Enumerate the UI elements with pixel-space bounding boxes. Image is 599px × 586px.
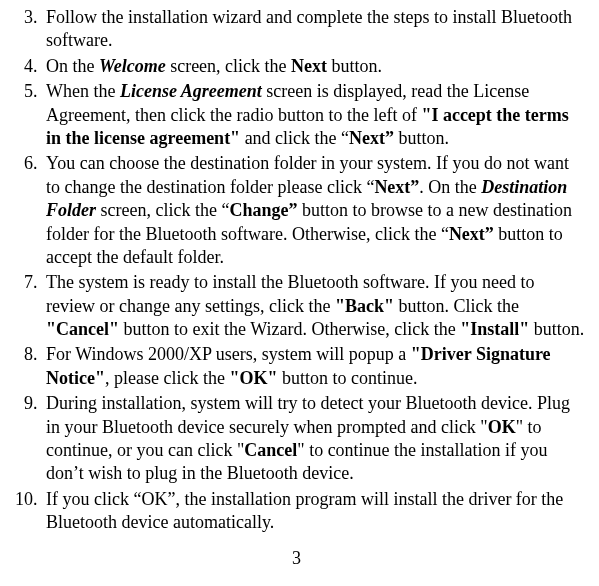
instruction-step: You can choose the destination folder in… bbox=[42, 152, 587, 269]
instruction-step: Follow the installation wizard and compl… bbox=[42, 6, 587, 53]
instruction-step: If you click “OK”, the installation prog… bbox=[42, 488, 587, 535]
instruction-step: The system is ready to install the Bluet… bbox=[42, 271, 587, 341]
instruction-list: Follow the installation wizard and compl… bbox=[6, 6, 587, 535]
instruction-step: On the Welcome screen, click the Next bu… bbox=[42, 55, 587, 78]
instruction-step: When the License Agreement screen is dis… bbox=[42, 80, 587, 150]
page-number: 3 bbox=[6, 547, 587, 570]
instruction-step: During installation, system will try to … bbox=[42, 392, 587, 486]
document-page: Follow the installation wizard and compl… bbox=[0, 0, 599, 570]
instruction-step: For Windows 2000/XP users, system will p… bbox=[42, 343, 587, 390]
